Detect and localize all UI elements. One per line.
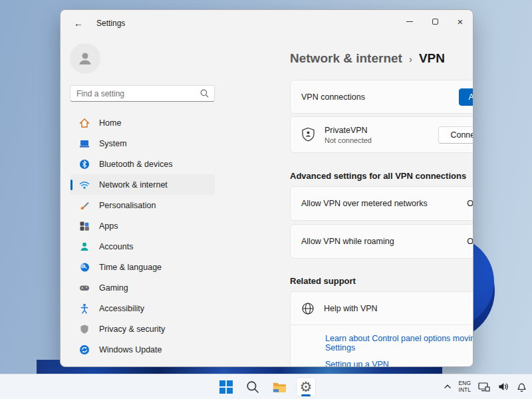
metered-networks-label: Allow VPN over metered networks [301,199,428,208]
home-icon [79,118,90,128]
related-support-heading: Related support [290,276,356,286]
windows-update-icon [79,344,90,355]
metered-toggle-state: On [467,199,473,208]
search-input[interactable] [70,86,194,101]
network-tray-icon[interactable] [478,382,491,392]
page-title: VPN [419,51,445,66]
sidebar-item-bluetooth-devices[interactable]: Bluetooth & devices [70,154,215,174]
connect-button[interactable]: Connect [438,126,473,144]
taskbar: ⚙ ENG INTL [0,374,532,399]
sidebar-item-label: Accessibility [99,304,144,313]
back-button[interactable]: ← [70,15,87,32]
hidden-icons-chevron-icon[interactable] [444,384,452,390]
language-indicator[interactable]: ENG INTL [459,380,471,393]
vpn-connections-label: VPN connections [301,92,365,102]
vpn-connections-card: VPN connections Add VPN [290,80,473,114]
volume-icon[interactable] [498,382,509,392]
sidebar-item-apps[interactable]: Apps [70,215,215,236]
avatar[interactable] [70,43,100,74]
roaming-toggle-state: On [467,237,473,246]
sidebar-item-label: Personalisation [99,201,156,210]
help-card: Help with VPN Learn about Control panel … [290,291,473,367]
vpn-shield-icon [301,127,315,142]
vpn-profile-card: PrivateVPN Not connected Connect [290,116,473,153]
roaming-label: Allow VPN while roaming [301,237,394,246]
sidebar-nav: Home System Bluetooth & devices Network … [70,112,215,360]
accounts-icon [79,241,90,252]
notifications-bell-icon[interactable] [517,382,527,392]
sidebar-item-label: Apps [99,221,118,231]
settings-taskbar-button[interactable]: ⚙ [296,377,316,397]
accessibility-icon [79,303,90,314]
close-button[interactable]: × [448,10,473,33]
system-icon [79,138,90,149]
desktop-wallpaper: ← Settings × [0,0,532,399]
active-app-indicator [301,394,311,396]
windows-logo-icon [219,380,233,394]
sidebar-item-network-internet[interactable]: Network & internet [70,174,215,195]
gaming-icon [79,283,90,293]
sidebar-item-label: Home [99,118,121,128]
sidebar-item-label: Time & language [99,263,162,272]
start-button[interactable] [216,377,236,397]
search-icon [246,380,259,394]
bluetooth-icon [79,159,90,170]
sidebar-item-personalisation[interactable]: Personalisation [70,195,215,215]
privacy-security-icon [79,324,90,334]
sidebar-item-accessibility[interactable]: Accessibility [70,298,215,319]
search-icon[interactable] [200,89,209,98]
system-tray: ENG INTL [444,374,527,399]
titlebar: ← Settings × [61,10,473,37]
advanced-settings-heading: Advanced settings for all VPN connection… [290,171,466,181]
sidebar-item-label: Windows Update [99,345,162,354]
sidebar-item-privacy-security[interactable]: Privacy & security [70,319,215,339]
help-label: Help with VPN [324,304,378,313]
taskbar-search-button[interactable] [243,377,263,397]
file-explorer-button[interactable] [269,377,289,397]
caption-controls: × [397,10,473,33]
sidebar-item-windows-update[interactable]: Windows Update [70,339,215,360]
sidebar-item-label: Privacy & security [99,325,165,334]
folder-icon [272,380,287,394]
sidebar-item-label: Gaming [99,283,128,293]
link-setting-up-vpn[interactable]: Setting up a VPN [325,360,473,367]
maximize-icon [432,19,438,25]
taskbar-center-icons: ⚙ [216,374,316,399]
vpn-profile-status: Not connected [325,136,372,144]
maximize-button[interactable] [422,10,448,33]
sidebar-item-label: Accounts [99,242,133,251]
sidebar-item-label: Bluetooth & devices [99,160,173,169]
time-language-icon [79,262,90,273]
breadcrumb-parent[interactable]: Network & internet [290,51,402,66]
minimize-button[interactable] [397,10,422,33]
roaming-card: Allow VPN while roaming On [290,224,473,259]
help-header-row[interactable]: Help with VPN [291,292,473,325]
sidebar-item-gaming[interactable]: Gaming [70,277,215,298]
window-title: Settings [96,19,125,28]
help-globe-icon [301,302,315,315]
sidebar-item-label: Network & internet [99,180,168,190]
sidebar-item-label: System [99,139,127,148]
search-box [70,85,215,102]
sidebar-item-system[interactable]: System [70,133,215,154]
breadcrumb: Network & internet › VPN [290,51,445,66]
settings-window: ← Settings × [60,9,473,367]
person-icon [76,49,94,68]
link-control-panel-options[interactable]: Learn about Control panel options moving… [325,334,473,352]
gear-icon: ⚙ [300,380,313,394]
vpn-profile-name: PrivateVPN [325,126,372,135]
help-links: Learn about Control panel options moving… [291,325,473,367]
apps-icon [79,221,90,231]
sidebar-item-home[interactable]: Home [70,112,215,133]
minimize-icon [406,21,413,22]
sidebar-item-accounts[interactable]: Accounts [70,236,215,257]
vpn-profile-text: PrivateVPN Not connected [325,126,372,144]
close-icon: × [458,17,464,27]
breadcrumb-separator-icon: › [402,53,419,65]
network-icon [79,180,90,190]
metered-networks-card: Allow VPN over metered networks On [290,186,473,221]
sidebar-item-time-language[interactable]: Time & language [70,257,215,277]
personalisation-icon [79,200,90,211]
add-vpn-button[interactable]: Add VPN [459,88,473,106]
